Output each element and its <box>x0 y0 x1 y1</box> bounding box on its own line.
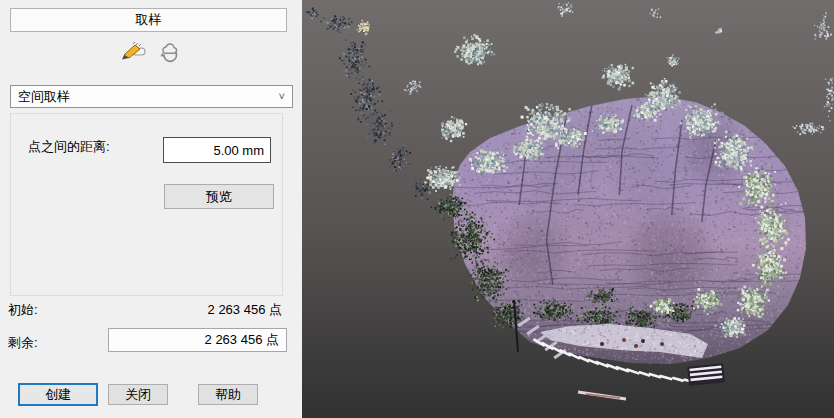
sampling-brush-icon <box>120 41 146 68</box>
viewport-canvas[interactable] <box>302 0 834 418</box>
distance-input[interactable] <box>163 137 271 163</box>
panel-title: 取样 <box>136 11 162 29</box>
initial-points-label: 初始: <box>8 301 38 319</box>
create-button[interactable]: 创建 <box>18 383 98 406</box>
help-button[interactable]: 帮助 <box>198 384 258 405</box>
cloud-resample-button[interactable] <box>155 41 183 67</box>
distance-label: 点之间的距离: <box>28 138 110 156</box>
panel-title-bar: 取样 <box>10 8 287 32</box>
chevron-down-icon: ˅ <box>279 91 285 102</box>
sampling-method-dropdown[interactable]: 空间取样 ˅ <box>10 85 293 108</box>
sampling-panel: 取样 <box>0 0 302 418</box>
initial-points-value: 2 263 456 点 <box>208 301 282 319</box>
application-window: 取样 <box>0 0 834 418</box>
pointcloud-viewport[interactable] <box>302 0 834 418</box>
remaining-points-field <box>108 328 287 352</box>
remaining-points-label: 剩余: <box>8 334 38 352</box>
cloud-refresh-icon <box>157 41 181 68</box>
preview-button[interactable]: 预览 <box>164 184 274 209</box>
sampling-method-value: 空间取样 <box>18 88 70 106</box>
close-button[interactable]: 关闭 <box>108 384 168 405</box>
sampling-toolbar <box>0 40 302 68</box>
sampling-brush-button[interactable] <box>119 41 147 67</box>
